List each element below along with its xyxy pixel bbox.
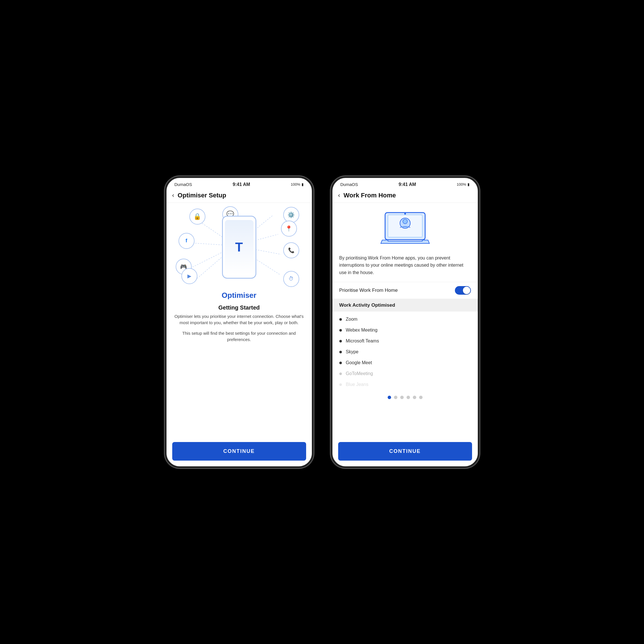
dot [400, 396, 404, 399]
battery-1: 100% [291, 182, 300, 187]
svg-point-13 [403, 219, 407, 224]
optimiser-illustration: T 🔒 💬 ⚙️ f 🎮 📍 📞 ▶ ⏱ [167, 203, 312, 289]
back-button-1[interactable]: ‹ [172, 192, 174, 199]
screen1-content: T 🔒 💬 ⚙️ f 🎮 📍 📞 ▶ ⏱ Optimiser Getting S… [167, 203, 312, 437]
phone-optimiser-setup: DumaOS 9:41 AM 100% ▮ ‹ Optimiser Setup [165, 176, 314, 468]
list-item: Skype [332, 346, 478, 357]
phones-container: DumaOS 9:41 AM 100% ▮ ‹ Optimiser Setup [165, 176, 479, 468]
carrier-1: DumaOS [175, 182, 192, 187]
pagination-dots [332, 392, 478, 400]
svg-point-11 [404, 213, 406, 215]
bullet-icon [339, 383, 342, 386]
toggle-row: Prioritise Work From Home [332, 282, 478, 299]
dot [407, 396, 410, 399]
nav-bar-2: ‹ Work From Home [332, 189, 478, 203]
facebook-icon: f [179, 233, 195, 249]
video-icon: ▶ [181, 268, 197, 284]
app-name: Blue Jeans [346, 382, 368, 387]
toggle-label: Prioritise Work From Home [339, 288, 398, 293]
battery-icon-1: ▮ [302, 182, 304, 187]
status-icons-2: 100% ▮ [457, 182, 469, 187]
status-bar-2: DumaOS 9:41 AM 100% ▮ [332, 178, 478, 189]
dot-active [388, 396, 391, 399]
list-item: Blue Jeans [332, 379, 478, 390]
carrier-2: DumaOS [340, 182, 358, 187]
phone-mockup-inner: T [222, 216, 256, 279]
screen2-content: By prioritising Work From Home apps, you… [332, 203, 478, 437]
laptop-illustration [332, 203, 478, 254]
dot [419, 396, 423, 399]
spacer-1 [167, 347, 312, 437]
time-1: 9:41 AM [233, 182, 250, 187]
lock-icon: 🔒 [189, 209, 205, 225]
app-name: Webex Meeting [346, 328, 378, 333]
bullet-icon [339, 372, 342, 375]
getting-started-heading: Getting Started [173, 304, 305, 311]
telstra-logo: T [235, 240, 243, 254]
nav-bar-1: ‹ Optimiser Setup [167, 189, 312, 203]
list-item: Microsoft Teams [332, 336, 478, 346]
list-item: GoToMeeting [332, 368, 478, 379]
back-button-2[interactable]: ‹ [338, 192, 340, 199]
status-bar-1: DumaOS 9:41 AM 100% ▮ [167, 178, 312, 189]
clock-icon: ⏱ [283, 271, 299, 287]
laptop-svg [379, 210, 431, 250]
bullet-icon [339, 340, 342, 342]
app-name: Google Meet [346, 360, 372, 365]
app-name: GoToMeeting [346, 371, 373, 376]
phone-work-from-home: DumaOS 9:41 AM 100% ▮ ‹ Work From Home [331, 176, 479, 468]
optimiser-title: Optimiser [167, 291, 312, 300]
app-list: Zoom Webex Meeting Microsoft Teams Skype… [332, 312, 478, 392]
bullet-icon [339, 318, 342, 321]
app-name: Microsoft Teams [346, 338, 379, 344]
phone-call-icon: 📞 [283, 242, 299, 258]
toggle-switch[interactable] [455, 286, 471, 295]
battery-icon-2: ▮ [467, 182, 469, 187]
bullet-icon [339, 362, 342, 364]
nav-title-1: Optimiser Setup [178, 192, 226, 199]
status-icons-1: 100% ▮ [291, 182, 304, 187]
list-item: Zoom [332, 314, 478, 325]
description-1: Optimiser lets you prioritise your inter… [175, 313, 304, 326]
continue-button-2[interactable]: CONTINUE [338, 442, 472, 461]
toggle-knob [463, 287, 470, 294]
app-name: Skype [346, 349, 358, 354]
gear-icon: ⚙️ [283, 207, 299, 223]
time-2: 9:41 AM [399, 182, 416, 187]
bullet-icon [339, 329, 342, 332]
nav-title-2: Work From Home [344, 192, 396, 199]
list-item: Google Meet [332, 357, 478, 368]
dot [394, 396, 397, 399]
dot [413, 396, 416, 399]
wfh-description: By prioritising Work From Home apps, you… [339, 254, 471, 276]
battery-2: 100% [457, 182, 466, 187]
bullet-icon [339, 351, 342, 353]
continue-button-1[interactable]: CONTINUE [172, 442, 306, 461]
list-item: Webex Meeting [332, 325, 478, 336]
description-2: This setup will find the best settings f… [175, 330, 304, 343]
section-header: Work Activity Optimised [332, 299, 478, 312]
app-name: Zoom [346, 317, 358, 322]
location-icon: 📍 [281, 221, 297, 237]
